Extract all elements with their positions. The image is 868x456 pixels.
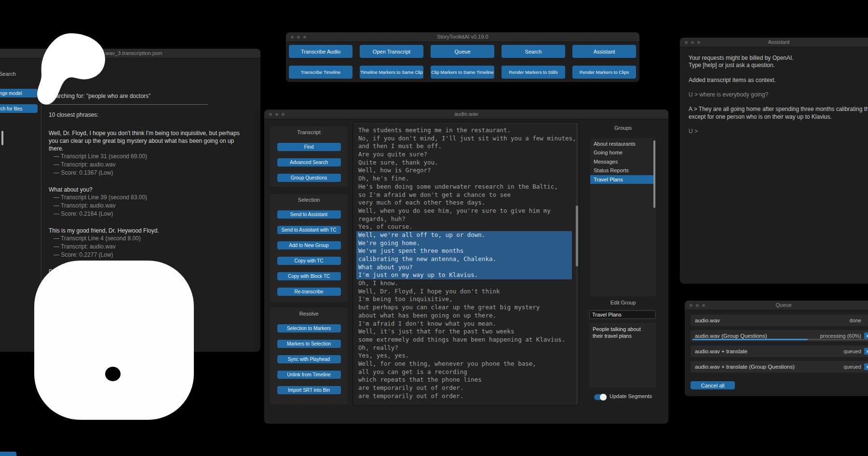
transcript-line[interactable]: Are you quite sure? bbox=[356, 151, 572, 159]
panel-button[interactable]: Advanced Search bbox=[277, 158, 341, 166]
search-result-phrase: This is my good friend, Dr. Heywood Floy… bbox=[49, 227, 242, 235]
transcript-line[interactable]: I'm being too inquisitive, bbox=[356, 295, 572, 304]
cancel-item-button[interactable]: x bbox=[864, 332, 868, 339]
transcript-line[interactable]: are temporarily out of order. bbox=[356, 384, 572, 392]
toolbar-button[interactable]: Open Transcript bbox=[360, 45, 423, 58]
search-result-phrase: Well, Dr. Floyd, I hope you don't think … bbox=[49, 129, 242, 152]
transcript-line[interactable]: We're going home. bbox=[356, 239, 572, 248]
search-result[interactable]: What about you? — Transcript Line 39 (se… bbox=[49, 186, 256, 218]
queue-row[interactable]: audio.wav + translate queued x bbox=[691, 345, 868, 357]
group-item[interactable]: Messages bbox=[590, 157, 653, 166]
queue-rows: audio.wav done x audio.wav (Group Questi… bbox=[691, 315, 868, 373]
transcript-line[interactable]: Oh, really? bbox=[356, 344, 572, 352]
transcript-line[interactable]: calibrating the new antenna, Chalenka. bbox=[356, 255, 572, 263]
offscreen-blue-button[interactable] bbox=[0, 452, 16, 456]
transcript-line[interactable]: Well, Dr. Floyd, I hope you don't think bbox=[356, 288, 572, 296]
toolbar-button[interactable]: Assistant bbox=[572, 45, 636, 58]
toolbar-button[interactable]: Transcribe Audio bbox=[289, 45, 353, 58]
transcript-line[interactable]: Oh, I know. bbox=[356, 279, 572, 288]
transcript-line[interactable]: so I'm afraid we don't get a chance to s… bbox=[356, 191, 572, 199]
panel-section-transcript: Transcript FindAdvanced SearchGroup Ques… bbox=[270, 126, 348, 187]
assistant-line: A > They are all going home after spendi… bbox=[689, 106, 868, 113]
transcript-line[interactable]: are temporarily out of order. bbox=[356, 392, 572, 401]
queue-row[interactable]: audio.wav + translate (Group Questions) … bbox=[691, 361, 868, 373]
group-item[interactable]: Status Reports bbox=[590, 166, 653, 175]
transcript-line[interactable]: What about you? bbox=[356, 263, 572, 272]
queue-row[interactable]: audio.wav done x bbox=[691, 315, 868, 326]
search-result[interactable]: This is my good friend, Dr. Heywood Floy… bbox=[49, 227, 256, 259]
group-notes-input[interactable]: People talking about their travel plans bbox=[589, 323, 656, 387]
transcript-line[interactable]: I'm afraid I don't know what you mean. bbox=[356, 320, 572, 328]
transcript-line[interactable]: regards, huh? bbox=[356, 215, 572, 223]
transcript-line[interactable]: No, if you don't mind, I'll just sit wit… bbox=[356, 135, 572, 143]
panel-button[interactable]: Send to Assistant with TC bbox=[277, 226, 341, 234]
panel-section-resolve: Resolve Selection to MarkersMarkers to S… bbox=[270, 308, 348, 404]
search-sidebar-button[interactable]: Search for files bbox=[0, 104, 38, 113]
group-name-value: Travel Plans bbox=[592, 312, 622, 318]
assistant-chat-area[interactable]: Your requests might be billed by OpenAI.… bbox=[689, 55, 868, 135]
panel-button[interactable]: Re-transcribe bbox=[277, 288, 341, 296]
toolbar-button[interactable]: Transcribe Timeline bbox=[289, 66, 353, 79]
update-segments-toggle[interactable] bbox=[594, 394, 607, 400]
groups-scrollbar-thumb[interactable] bbox=[653, 140, 655, 208]
transcript-line[interactable]: I'm just on my way up to Klavius. bbox=[356, 271, 572, 279]
panel-button[interactable]: Find bbox=[277, 143, 341, 151]
search-result-meta: — Transcript Line 39 (second 83.00) — Tr… bbox=[49, 193, 256, 218]
transcript-line[interactable]: The students meeting me in the restauran… bbox=[356, 126, 572, 135]
toolbar-button[interactable]: Render Markers to Clips bbox=[572, 66, 636, 79]
transcript-titlebar[interactable]: audio.wav bbox=[264, 110, 668, 119]
transcript-line[interactable]: Well, how is Gregor? bbox=[356, 166, 572, 175]
panel-button[interactable]: Selection to Markers bbox=[277, 324, 341, 332]
transcript-line[interactable]: all you can get is a recording bbox=[356, 368, 572, 376]
toolbar-button[interactable]: Render Markers to Stills bbox=[502, 66, 565, 79]
queue-titlebar[interactable]: Queue bbox=[685, 301, 868, 310]
transcript-line[interactable]: Yes, yes, yes. bbox=[356, 352, 572, 360]
transcript-line[interactable]: Well, for one thing, whenever you phone … bbox=[356, 360, 572, 368]
cancel-item-button[interactable]: x bbox=[864, 348, 868, 355]
panel-button[interactable]: Sync with Playhead bbox=[277, 355, 341, 363]
group-item[interactable]: Going home bbox=[590, 148, 653, 157]
panel-button[interactable]: Import SRT into Bin bbox=[277, 386, 341, 394]
panel-button[interactable]: Unlink from Timeline bbox=[277, 371, 341, 379]
toolbar-button[interactable]: Queue bbox=[431, 45, 494, 58]
group-item[interactable]: Travel Plans bbox=[590, 175, 653, 184]
groups-list[interactable]: About restaurantsGoing homeMessagesStatu… bbox=[590, 138, 656, 296]
transcript-line[interactable]: Yes, of course. bbox=[356, 223, 572, 231]
transcript-line[interactable]: Quite sure, thank you. bbox=[356, 159, 572, 167]
toolbar-button[interactable]: Clip Markers to Same Timeline bbox=[431, 66, 494, 79]
group-name-input[interactable]: Travel Plans bbox=[589, 310, 656, 319]
panel-section-header: Resolve bbox=[299, 311, 319, 317]
transcript-line[interactable]: We've just spent three months bbox=[356, 247, 572, 255]
transcript-line[interactable]: Well, when you do see him, you're sure t… bbox=[356, 207, 572, 215]
toolbar-titlebar[interactable]: StoryToolkitAI v0.19.0 bbox=[286, 32, 639, 42]
search-sidebar-button[interactable]: Change model bbox=[0, 89, 38, 97]
panel-button[interactable]: Copy with Block TC bbox=[277, 272, 341, 280]
cancel-item-button[interactable]: x bbox=[864, 363, 868, 370]
panel-button[interactable]: Add to New Group bbox=[277, 241, 341, 249]
search-sidebar-scrollbar[interactable] bbox=[1, 131, 3, 145]
cancel-all-button[interactable]: Cancel all bbox=[691, 381, 735, 389]
panel-button[interactable]: Send to Assistant bbox=[277, 210, 341, 219]
toolbar-button[interactable]: Search bbox=[502, 45, 565, 58]
transcript-scrollbar-track[interactable] bbox=[576, 123, 578, 404]
transcript-line[interactable]: Oh, he's fine. bbox=[356, 175, 572, 183]
panel-button[interactable]: Group Questions bbox=[277, 174, 341, 182]
toolbar-button[interactable]: Timeline Markers to Same Clip bbox=[360, 66, 423, 79]
transcript-line[interactable]: very much of each other these days. bbox=[356, 199, 572, 207]
queue-row[interactable]: audio.wav (Group Questions) processing (… bbox=[691, 330, 868, 342]
panel-button[interactable]: Copy with TC bbox=[277, 257, 341, 265]
assistant-titlebar[interactable]: Assistant bbox=[680, 38, 868, 47]
transcript-line[interactable]: Well, we're all off to, up or down. bbox=[356, 231, 572, 239]
transcript-line[interactable]: He's been doing some underwater research… bbox=[356, 183, 572, 191]
group-item[interactable]: About restaurants bbox=[590, 139, 653, 148]
search-result[interactable]: Well, Dr. Floyd, I hope you don't think … bbox=[49, 129, 256, 177]
transcript-scrollbar-thumb[interactable] bbox=[576, 206, 578, 266]
transcript-line[interactable]: about what has been going on up there. bbox=[356, 312, 572, 320]
transcript-text-area[interactable]: The students meeting me in the restauran… bbox=[353, 122, 579, 406]
transcript-line[interactable]: and then I must be off. bbox=[356, 142, 572, 151]
panel-button[interactable]: Markers to Selection bbox=[277, 340, 341, 348]
transcript-line[interactable]: some extremely odd things have been happ… bbox=[356, 336, 572, 344]
transcript-line[interactable]: but perhaps you can clear up the great b… bbox=[356, 304, 572, 312]
transcript-line[interactable]: which repeats that the phone lines bbox=[356, 376, 572, 384]
transcript-line[interactable]: Well, it's just that for the past two we… bbox=[356, 328, 572, 336]
